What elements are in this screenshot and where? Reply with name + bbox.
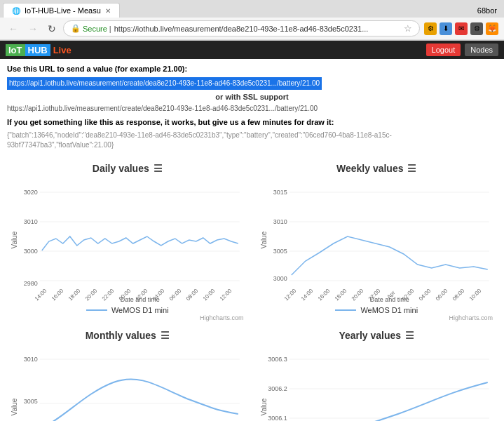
svg-text:06:00: 06:00 — [168, 287, 183, 302]
yearly-chart-title: Yearly values ☰ — [255, 330, 499, 341]
instruction-label: Use this URL to send a value (for exampl… — [7, 65, 187, 73]
api-url-link[interactable]: https://api1.iothub.live/measurement/cre… — [7, 77, 322, 90]
svg-text:08:00: 08:00 — [451, 287, 465, 302]
svg-text:Value: Value — [11, 231, 18, 248]
daily-credit: Highcharts.com — [6, 314, 250, 321]
url-info-section: Use this URL to send a value (for exampl… — [0, 59, 504, 154]
logout-button[interactable]: Logout — [426, 44, 461, 56]
svg-text:3020: 3020 — [24, 189, 38, 196]
active-tab[interactable]: 🌐 IoT-HUB-Live - Measu ✕ — [3, 3, 120, 18]
daily-chart-container: Daily values ☰ Value 3020 3010 3000 2980 — [3, 157, 252, 324]
svg-text:20:00: 20:00 — [84, 287, 99, 302]
monthly-chart-menu[interactable]: ☰ — [161, 330, 170, 341]
weekly-credit: Highcharts.com — [255, 314, 499, 321]
daily-legend: WeMOS D1 mini — [6, 306, 250, 314]
svg-text:3006.2: 3006.2 — [268, 385, 287, 392]
svg-text:3005: 3005 — [24, 398, 38, 405]
svg-text:08:00: 08:00 — [185, 287, 200, 302]
tab-favicon: 🌐 — [12, 7, 20, 15]
daily-legend-line — [86, 309, 107, 311]
weekly-title-text: Weekly values — [336, 163, 403, 174]
daily-chart-svg: Value 3020 3010 3000 2980 14:00 16:00 18… — [6, 177, 250, 303]
weekly-chart-container: Weekly values ☰ Value 3015 3010 3005 300… — [252, 157, 502, 324]
bookmark-icon[interactable]: ☆ — [404, 23, 412, 34]
svg-text:3010: 3010 — [273, 218, 287, 225]
svg-text:22:00: 22:00 — [101, 287, 116, 302]
svg-text:3000: 3000 — [273, 275, 287, 282]
tab-title: IoT-HUB-Live - Measu — [25, 6, 101, 15]
svg-text:Value: Value — [259, 398, 267, 415]
address-bar[interactable]: 🔒 Secure | https://iothub.live/measureme… — [63, 20, 420, 36]
nav-bar: ← → ↻ 🔒 Secure | https://iothub.live/mea… — [0, 18, 504, 40]
weekly-chart-area: Value 3015 3010 3005 3000 12:00 14:00 16… — [255, 177, 499, 303]
forward-button[interactable]: → — [25, 22, 41, 36]
browser-chrome: 🌐 IoT-HUB-Live - Measu ✕ 68bor ← → ↻ 🔒 S… — [0, 0, 504, 41]
logo-live: Live — [50, 44, 74, 56]
logo-iot: IoT — [6, 44, 25, 56]
daily-chart-menu[interactable]: ☰ — [154, 163, 163, 174]
weekly-chart-title: Weekly values ☰ — [255, 163, 499, 174]
yearly-title-text: Yearly values — [339, 330, 401, 341]
yearly-chart-menu[interactable]: ☰ — [405, 330, 414, 341]
tab-bar: 🌐 IoT-HUB-Live - Measu ✕ 68bor — [0, 0, 504, 18]
charts-grid: Daily values ☰ Value 3020 3010 3000 2980 — [0, 154, 504, 421]
logo-hub: HUB — [25, 44, 50, 56]
address-text: https://iothub.live/measurement/dea8e210… — [114, 25, 401, 33]
ext-icon-1[interactable]: ⚙ — [424, 22, 437, 35]
svg-text:3005: 3005 — [273, 248, 287, 255]
svg-text:Value: Value — [11, 398, 18, 415]
svg-text:3000: 3000 — [24, 248, 38, 255]
svg-text:16:00: 16:00 — [50, 287, 65, 302]
svg-text:16:00: 16:00 — [316, 287, 331, 302]
svg-text:20:00: 20:00 — [350, 287, 365, 302]
response-label: If you get something like this as respon… — [7, 116, 497, 129]
svg-text:06:00: 06:00 — [434, 287, 449, 302]
svg-text:3015: 3015 — [273, 189, 287, 196]
back-button[interactable]: ← — [6, 22, 21, 36]
iot-logo: IoT HUB Live — [6, 44, 74, 56]
weekly-legend-text: WeMOS D1 mini — [360, 306, 418, 314]
daily-chart-area: Value 3020 3010 3000 2980 14:00 16:00 18… — [6, 177, 250, 303]
svg-text:Date and time: Date and time — [121, 296, 160, 303]
browser-user: 68bor — [473, 5, 501, 16]
svg-text:04:00: 04:00 — [417, 287, 432, 302]
daily-title-text: Daily values — [93, 163, 149, 174]
ext-icon-3[interactable]: ✉ — [455, 22, 468, 35]
iot-header: IoT HUB Live Logout Nodes — [0, 41, 504, 59]
instruction-text: Use this URL to send a value (for exampl… — [7, 63, 497, 76]
monthly-chart-title: Monthly values ☰ — [6, 330, 250, 341]
yearly-chart-container: Yearly values ☰ Value 3006.3 3006.2 3006… — [252, 324, 502, 421]
secure-label: Secure — [83, 25, 107, 33]
secure-badge: 🔒 Secure | — [71, 24, 111, 33]
ext-icon-5[interactable]: 🦊 — [486, 22, 498, 35]
weekly-chart-menu[interactable]: ☰ — [407, 163, 416, 174]
svg-text:18:00: 18:00 — [333, 287, 348, 302]
header-actions: Logout Nodes — [426, 44, 498, 56]
tab-close-button[interactable]: ✕ — [105, 7, 111, 15]
lock-icon: 🔒 — [71, 24, 81, 33]
yearly-chart-area: Value 3006.3 3006.2 3006.1 3006 26 Apr 0… — [255, 344, 499, 421]
svg-text:Date and time: Date and time — [369, 296, 409, 303]
ext-icon-4[interactable]: ⚙ — [470, 22, 483, 35]
weekly-legend: WeMOS D1 mini — [255, 306, 499, 314]
svg-text:Value: Value — [259, 231, 267, 248]
monthly-chart-svg: Value 3010 3005 3000 10:00 12:00 14:00 1… — [6, 344, 250, 421]
monthly-title-text: Monthly values — [86, 330, 156, 341]
monthly-chart-area: Value 3010 3005 3000 10:00 12:00 14:00 1… — [6, 344, 250, 421]
reload-button[interactable]: ↻ — [45, 22, 59, 36]
svg-text:12:00: 12:00 — [219, 287, 233, 302]
nodes-button[interactable]: Nodes — [465, 44, 498, 56]
daily-chart-title: Daily values ☰ — [6, 163, 250, 174]
response-example: {"batch":13646,"nodeId":"dea8e210-493e-1… — [7, 131, 497, 150]
daily-legend-text: WeMOS D1 mini — [111, 306, 169, 314]
extension-icons: ⚙ ⬇ ✉ ⚙ 🦊 — [424, 22, 498, 35]
svg-text:3010: 3010 — [24, 218, 38, 225]
weekly-chart-svg: Value 3015 3010 3005 3000 12:00 14:00 16… — [255, 177, 499, 303]
monthly-chart-container: Monthly values ☰ Value 3010 3005 3000 10… — [3, 324, 252, 421]
svg-text:14:00: 14:00 — [299, 287, 314, 302]
ssl-url[interactable]: https://api1.iothub.live/measurement/cre… — [7, 103, 497, 114]
svg-text:2980: 2980 — [24, 280, 38, 287]
ssl-label: or with SSL support — [7, 91, 497, 104]
ext-icon-2[interactable]: ⬇ — [440, 22, 452, 35]
svg-text:10:00: 10:00 — [202, 287, 217, 302]
